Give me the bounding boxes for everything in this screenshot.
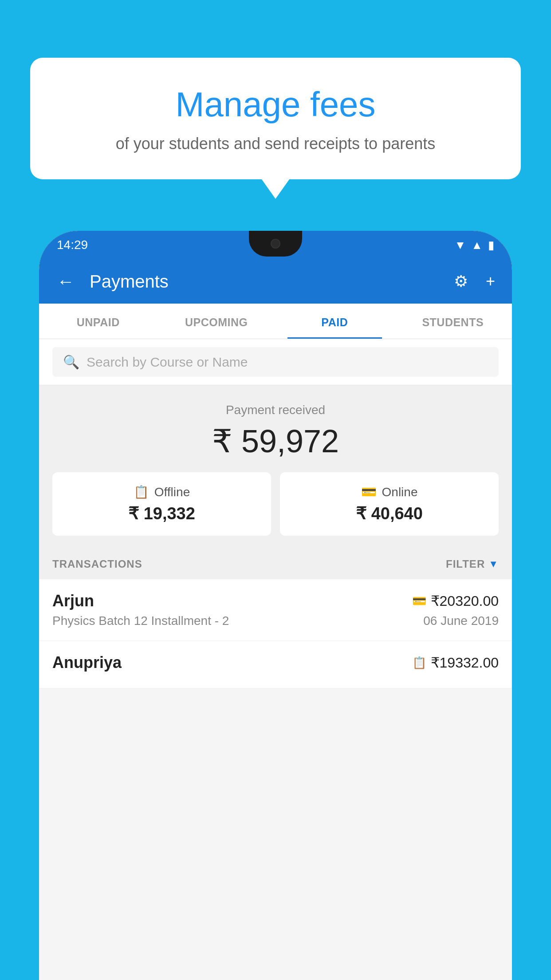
battery-icon: ▮ bbox=[488, 238, 494, 252]
wifi-icon: ▼ bbox=[455, 238, 466, 252]
transactions-label: TRANSACTIONS bbox=[52, 558, 142, 570]
offline-amount: ₹ 19,332 bbox=[61, 504, 262, 523]
bubble-subtitle: of your students and send receipts to pa… bbox=[57, 133, 494, 155]
tab-unpaid[interactable]: UNPAID bbox=[39, 304, 157, 339]
speech-bubble: Manage fees of your students and send re… bbox=[30, 58, 521, 179]
transactions-header: TRANSACTIONS FILTER ▼ bbox=[39, 549, 512, 579]
offline-card-header: 📋 Offline bbox=[61, 485, 262, 499]
online-icon: 💳 bbox=[361, 485, 377, 499]
table-row[interactable]: Arjun 💳 ₹20320.00 Physics Batch 12 Insta… bbox=[39, 579, 512, 641]
add-button[interactable]: + bbox=[482, 269, 499, 294]
transaction-top: Arjun 💳 ₹20320.00 bbox=[52, 592, 499, 610]
header-icons: ⚙ + bbox=[450, 269, 499, 294]
status-time: 14:29 bbox=[57, 238, 88, 252]
online-card-header: 💳 Online bbox=[289, 485, 490, 499]
back-button[interactable]: ← bbox=[52, 267, 79, 296]
filter-label: FILTER bbox=[446, 558, 485, 570]
filter-icon: ▼ bbox=[488, 558, 499, 570]
card-payment-icon: 💳 bbox=[412, 594, 426, 608]
phone-screen: 14:29 ▼ ▲ ▮ ← Payments ⚙ + UNPAID bbox=[39, 231, 512, 980]
transaction-amount: ₹20320.00 bbox=[431, 593, 499, 609]
online-card: 💳 Online ₹ 40,640 bbox=[280, 472, 499, 536]
status-bar: 14:29 ▼ ▲ ▮ bbox=[39, 231, 512, 259]
tab-students[interactable]: STUDENTS bbox=[394, 304, 512, 339]
offline-card: 📋 Offline ₹ 19,332 bbox=[52, 472, 271, 536]
transaction-name: Anupriya bbox=[52, 653, 122, 672]
signal-icon: ▲ bbox=[471, 238, 483, 252]
tab-paid[interactable]: PAID bbox=[276, 304, 394, 339]
transaction-amount-wrap: 💳 ₹20320.00 bbox=[412, 593, 499, 609]
transaction-amount: ₹19332.00 bbox=[431, 654, 499, 671]
settings-button[interactable]: ⚙ bbox=[450, 269, 472, 294]
camera-dot bbox=[271, 239, 280, 249]
transaction-date: 06 June 2019 bbox=[423, 614, 499, 628]
status-icons: ▼ ▲ ▮ bbox=[455, 238, 494, 252]
header-title: Payments bbox=[90, 272, 440, 292]
search-bar-container: 🔍 Search by Course or Name bbox=[39, 339, 512, 385]
tab-upcoming[interactable]: UPCOMING bbox=[157, 304, 276, 339]
cash-payment-icon: 📋 bbox=[412, 656, 426, 670]
tabs-bar: UNPAID UPCOMING PAID STUDENTS bbox=[39, 304, 512, 339]
transaction-course: Physics Batch 12 Installment - 2 bbox=[52, 614, 229, 628]
app-header: ← Payments ⚙ + bbox=[39, 259, 512, 304]
content-area: 🔍 Search by Course or Name Payment recei… bbox=[39, 339, 512, 980]
phone-frame: 14:29 ▼ ▲ ▮ ← Payments ⚙ + UNPAID bbox=[39, 231, 512, 980]
filter-button[interactable]: FILTER ▼ bbox=[446, 558, 499, 570]
online-amount: ₹ 40,640 bbox=[289, 504, 490, 523]
payment-received-label: Payment received bbox=[52, 403, 499, 417]
payment-cards: 📋 Offline ₹ 19,332 💳 Online ₹ 40,640 bbox=[52, 472, 499, 536]
payment-total-amount: ₹ 59,972 bbox=[52, 423, 499, 460]
notch bbox=[249, 231, 302, 257]
speech-bubble-container: Manage fees of your students and send re… bbox=[30, 58, 521, 179]
table-row[interactable]: Anupriya 📋 ₹19332.00 bbox=[39, 641, 512, 688]
bubble-title: Manage fees bbox=[57, 84, 494, 125]
transaction-name: Arjun bbox=[52, 592, 94, 610]
offline-label: Offline bbox=[154, 485, 190, 499]
search-icon: 🔍 bbox=[63, 354, 79, 370]
transaction-amount-wrap: 📋 ₹19332.00 bbox=[412, 654, 499, 671]
search-input[interactable]: Search by Course or Name bbox=[87, 355, 248, 370]
payment-received-section: Payment received ₹ 59,972 📋 Offline ₹ 19… bbox=[39, 385, 512, 549]
search-input-wrap[interactable]: 🔍 Search by Course or Name bbox=[52, 347, 499, 377]
online-label: Online bbox=[382, 485, 418, 499]
offline-icon: 📋 bbox=[134, 485, 149, 499]
transaction-bottom: Physics Batch 12 Installment - 2 06 June… bbox=[52, 614, 499, 628]
transaction-top: Anupriya 📋 ₹19332.00 bbox=[52, 653, 499, 672]
